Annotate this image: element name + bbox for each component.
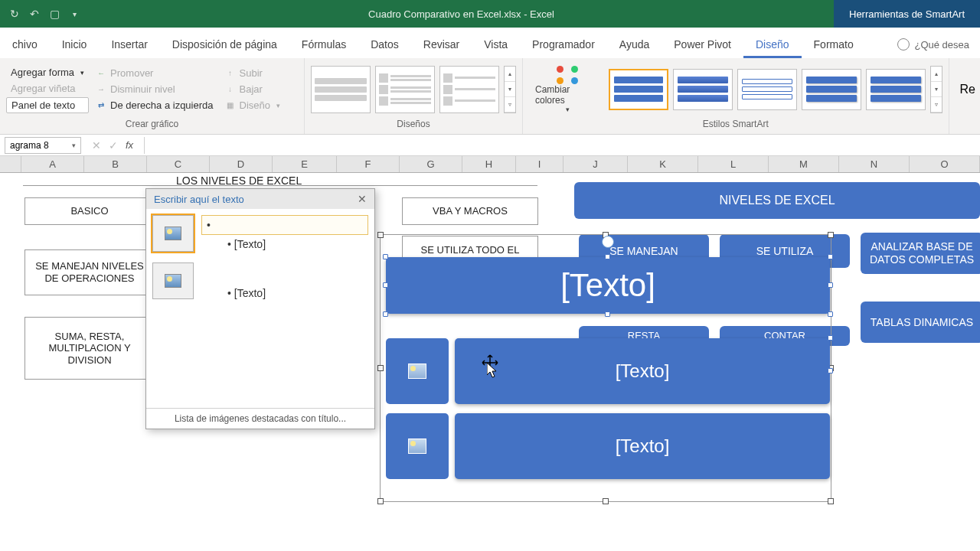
name-box[interactable]: agrama 8▾	[5, 137, 81, 154]
formula-bar[interactable]	[144, 137, 980, 154]
tab-disposicion[interactable]: Disposición de página	[160, 31, 289, 58]
smartart-main-shape[interactable]: [Texto]	[386, 257, 830, 314]
tab-powerpivot[interactable]: Power Pivot	[662, 31, 743, 58]
shape-handle[interactable]	[383, 254, 388, 259]
tab-insertar[interactable]: Insertar	[99, 31, 159, 58]
col-O[interactable]: O	[910, 156, 980, 172]
qat-more-icon[interactable]: ▾	[67, 7, 81, 21]
redo-icon[interactable]: ↻	[8, 7, 21, 21]
style-gallery[interactable]: ▴▾▿	[609, 66, 942, 113]
col-E[interactable]: E	[273, 156, 337, 172]
ribbon-group-crear-grafico: Agregar forma▾ Agregar viñeta Panel de t…	[0, 58, 305, 134]
close-icon[interactable]: ✕	[358, 193, 367, 205]
text-pane-list[interactable]: • • [Texto] • [Texto]	[201, 215, 368, 402]
text-pane-header[interactable]: Escribir aquí el texto ✕	[146, 189, 374, 209]
col-G[interactable]: G	[400, 156, 462, 172]
tab-formulas[interactable]: Fórmulas	[289, 31, 358, 58]
rotate-handle[interactable]	[602, 236, 614, 248]
col-I[interactable]: I	[516, 156, 564, 172]
style-thumb-5[interactable]	[866, 69, 926, 110]
pane-thumb-1[interactable]	[152, 215, 194, 252]
style-thumb-2[interactable]	[673, 69, 733, 110]
cancel-icon[interactable]: ✕	[92, 139, 101, 152]
resize-handle-bl[interactable]	[377, 498, 384, 504]
bg-node-analizar[interactable]: ANALIZAR BASE DE DATOS COMPLETAS	[861, 233, 980, 274]
tab-vista[interactable]: Vista	[472, 31, 520, 58]
change-colors-button[interactable]: Cambiar colores▾	[529, 63, 606, 116]
shape-handle[interactable]	[828, 368, 833, 373]
cursor-arrow-icon	[487, 363, 499, 381]
tab-datos[interactable]: Datos	[358, 31, 411, 58]
col-C[interactable]: C	[147, 156, 210, 172]
bg-node-niveles[interactable]: NIVELES DE EXCEL	[574, 182, 980, 219]
pane-entry-1a[interactable]: • [Texto]	[201, 235, 368, 253]
col-K[interactable]: K	[628, 156, 698, 172]
new-doc-icon[interactable]: ▢	[47, 7, 61, 21]
tab-diseno[interactable]: Diseño	[743, 31, 802, 58]
layout-gallery[interactable]: ▴▾▿	[311, 66, 516, 113]
smartart-pic-1[interactable]	[386, 338, 449, 404]
reset-button[interactable]: Re	[956, 81, 980, 98]
shape-handle[interactable]	[383, 282, 388, 288]
smartart-sub1-shape[interactable]: [Texto]	[455, 338, 830, 404]
arrow-down-icon: ↓	[226, 85, 235, 94]
worksheet-area[interactable]: LOS NIVELES DE EXCEL BASICO VBA Y MACROS…	[0, 173, 980, 540]
tab-formato[interactable]: Formato	[802, 31, 866, 58]
layout-thumb-3[interactable]	[439, 66, 499, 113]
pane-entry-2a[interactable]: • [Texto]	[201, 284, 368, 302]
shape-handle[interactable]	[828, 311, 833, 317]
col-H[interactable]: H	[462, 156, 516, 172]
col-M[interactable]: M	[769, 156, 839, 172]
col-D[interactable]: D	[210, 156, 273, 172]
tell-me-search[interactable]: ¿Qué desea	[887, 31, 980, 58]
rtl-button[interactable]: ⇄De derecha a izquierda	[92, 98, 217, 112]
text-pane-toggle[interactable]: Panel de texto	[6, 97, 89, 113]
add-shape-button[interactable]: Agregar forma▾	[6, 65, 89, 80]
style-gallery-scroll[interactable]: ▴▾▿	[930, 66, 942, 113]
enter-icon[interactable]: ✓	[109, 139, 118, 152]
style-thumb-1[interactable]	[609, 69, 668, 110]
col-L[interactable]: L	[698, 156, 769, 172]
smartart-sub2-shape[interactable]: [Texto]	[455, 413, 830, 479]
undo-icon[interactable]: ↶	[28, 7, 41, 21]
layout-dropdown: ▦Diseño▾	[221, 98, 285, 112]
shape-handle[interactable]	[383, 311, 388, 317]
style-thumb-4[interactable]	[802, 69, 861, 110]
bg-node-tablas[interactable]: TABLAS DINAMICAS	[861, 302, 980, 343]
col-F[interactable]: F	[337, 156, 400, 172]
layout-thumb-2[interactable]	[375, 66, 435, 113]
arrow-right-icon: →	[96, 85, 106, 94]
tab-inicio[interactable]: Inicio	[50, 31, 100, 58]
smartart-pic-2[interactable]	[386, 413, 449, 479]
resize-handle-br[interactable]	[828, 498, 834, 504]
fx-icon[interactable]: fx	[126, 139, 133, 152]
pane-thumb-2[interactable]	[152, 262, 194, 299]
ribbon: Agregar forma▾ Agregar viñeta Panel de t…	[0, 58, 980, 135]
shape-handle[interactable]	[828, 254, 833, 259]
pane-entry-1[interactable]: •	[201, 215, 368, 235]
shape-handle[interactable]	[828, 282, 833, 288]
smartart-tools-context: Herramientas de SmartArt	[834, 0, 980, 28]
resize-handle-tl[interactable]	[377, 232, 384, 238]
layout-icon: ▦	[226, 101, 235, 110]
cell-vba: VBA Y MACROS	[402, 197, 538, 225]
tab-programador[interactable]: Programador	[520, 31, 607, 58]
resize-handle-tr[interactable]	[828, 232, 834, 238]
shape-handle[interactable]	[605, 254, 610, 259]
col-J[interactable]: J	[564, 156, 628, 172]
layout-gallery-scroll[interactable]: ▴▾▿	[504, 66, 516, 113]
text-pane[interactable]: Escribir aquí el texto ✕ • • [Texto] • […	[145, 188, 375, 429]
resize-handle-ml[interactable]	[377, 365, 384, 371]
tab-revisar[interactable]: Revisar	[411, 31, 472, 58]
style-thumb-3[interactable]	[737, 69, 797, 110]
tab-ayuda[interactable]: Ayuda	[607, 31, 662, 58]
tab-archivo[interactable]: chivo	[0, 31, 50, 58]
shape-handle[interactable]	[605, 311, 610, 317]
resize-handle-bc[interactable]	[603, 498, 609, 504]
col-B[interactable]: B	[84, 156, 147, 172]
col-A[interactable]: A	[21, 156, 84, 172]
layout-thumb-1[interactable]	[311, 66, 371, 113]
col-N[interactable]: N	[839, 156, 910, 172]
select-all-triangle[interactable]	[0, 156, 21, 172]
shape-handle[interactable]	[828, 335, 833, 341]
